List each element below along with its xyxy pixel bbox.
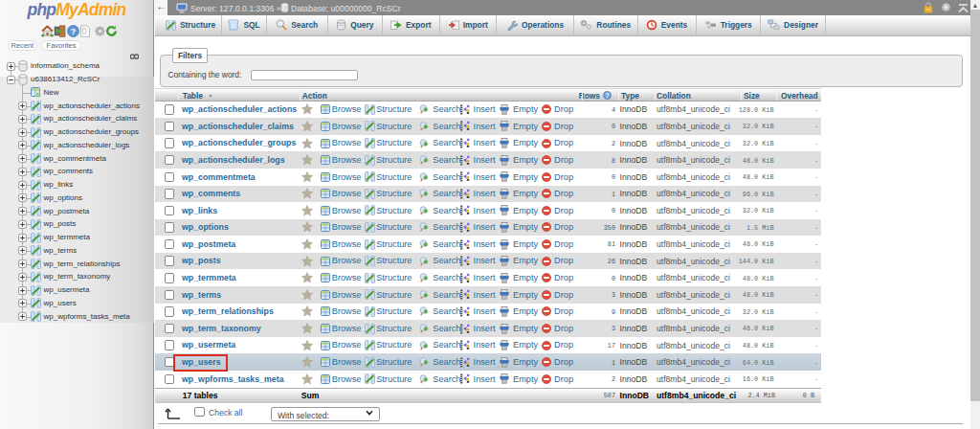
svg-text:?: ?	[70, 27, 76, 36]
svg-text:?: ?	[606, 91, 610, 98]
